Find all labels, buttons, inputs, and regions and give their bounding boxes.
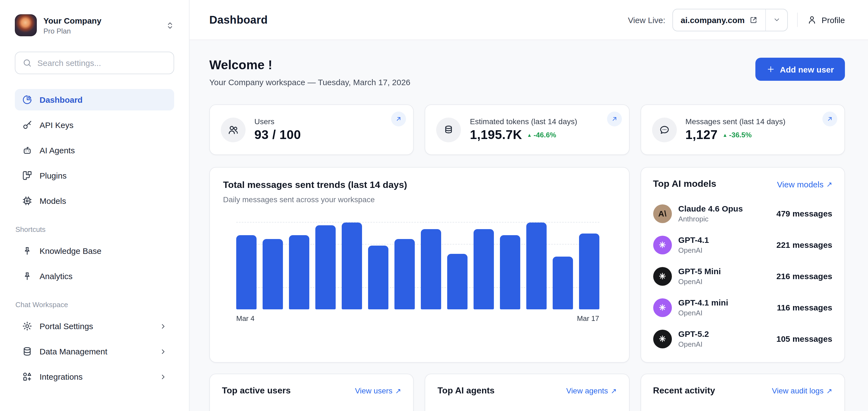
model-row: ✳ GPT-4.1 mini OpenAI 116 messages (653, 294, 832, 320)
chart-bar (315, 225, 336, 309)
card-title: Recent activity (653, 386, 715, 396)
chevron-right-icon (159, 373, 167, 380)
sidebar-item-knowledge-base[interactable]: Knowledge Base (15, 240, 174, 261)
app-window: Your Company Pro Plan Dashboard (0, 0, 868, 411)
model-message-count: 221 messages (777, 240, 833, 249)
sidebar-item-models[interactable]: Models (15, 190, 174, 212)
workspace-plan: Pro Plan (43, 27, 101, 35)
stat-label: Users (254, 117, 301, 126)
workspace-name: Your Company (43, 15, 101, 25)
chart-bar (473, 229, 494, 309)
chevron-right-icon (159, 322, 167, 330)
sidebar-item-integrations[interactable]: Integrations (15, 366, 174, 387)
pie-chart-icon (22, 95, 32, 105)
view-audit-logs-link[interactable]: View audit logs ↗ (772, 386, 832, 395)
chart-bar (395, 239, 415, 309)
view-agents-link[interactable]: View agents ↗ (566, 386, 617, 395)
welcome-section: Welcome ! Your Company workspace — Tuesd… (209, 58, 845, 87)
sidebar-item-plugins[interactable]: Plugins (15, 165, 174, 186)
cpu-icon (22, 196, 32, 206)
stat-open-link[interactable] (607, 112, 622, 126)
settings-search[interactable] (15, 52, 174, 74)
sidebar-item-api-keys[interactable]: API Keys (15, 114, 174, 136)
blocks-icon (22, 170, 32, 181)
sidebar-item-label: AI Agents (39, 146, 75, 155)
sidebar-item-label: Analytics (39, 272, 72, 281)
bottom-row: Top active users View users ↗ Top AI age… (209, 374, 845, 411)
stat-card-users: Users 93 / 100 (209, 104, 414, 155)
chart-bar (447, 254, 467, 309)
workspace-logo (15, 14, 37, 36)
top-ai-agents-card: Top AI agents View agents ↗ (425, 374, 629, 411)
chevron-right-icon (159, 348, 167, 355)
middle-row: Total messages sent trends (last 14 days… (209, 167, 845, 362)
profile-button[interactable]: Profile (807, 15, 845, 25)
gear-icon (22, 321, 32, 331)
sidebar-item-label: API Keys (39, 120, 73, 130)
model-row: ✳ GPT-5.2 OpenAI 105 messages (653, 326, 832, 352)
stat-value: 1,195.7K (470, 127, 522, 142)
view-live-label: View Live: (628, 15, 665, 25)
sidebar-item-dashboard[interactable]: Dashboard (15, 89, 174, 110)
live-domain-button[interactable]: ai.company.com (673, 9, 766, 31)
sidebar-item-label: Plugins (39, 171, 66, 180)
model-avatar: ✳ (653, 329, 672, 348)
live-domain-dropdown[interactable] (766, 9, 787, 31)
sidebar-item-label: Data Management (39, 347, 107, 356)
arrow-up-right-icon (611, 116, 618, 123)
stat-open-link[interactable] (392, 112, 406, 126)
chevrons-up-down-icon[interactable] (166, 21, 174, 29)
recent-activity-card: Recent activity View audit logs ↗ (640, 374, 845, 411)
arrow-up-right-icon (826, 116, 833, 123)
model-message-count: 216 messages (777, 272, 833, 281)
plus-icon (766, 65, 775, 74)
sidebar-item-portal-settings[interactable]: Portal Settings (15, 315, 174, 337)
stat-card-tokens: Estimated tokens (last 14 days) 1,195.7K… (425, 104, 629, 155)
add-new-user-button[interactable]: Add new user (755, 58, 845, 81)
model-provider: OpenAI (678, 340, 709, 348)
sidebar-item-ai-agents[interactable]: AI Agents (15, 139, 174, 161)
sidebar-item-analytics[interactable]: Analytics (15, 265, 174, 287)
sidebar-item-data-management[interactable]: Data Management (15, 341, 174, 362)
stat-label: Estimated tokens (last 14 days) (470, 117, 578, 126)
chart-bar (368, 245, 389, 309)
chart-bar (289, 235, 309, 309)
model-name: Claude 4.6 Opus (678, 204, 743, 213)
chart-bar (579, 233, 599, 309)
model-avatar: A\ (653, 204, 672, 223)
model-avatar: ✳ (653, 267, 672, 285)
top-models-title: Top AI models (653, 179, 716, 190)
section-title-chat-workspace: Chat Workspace (16, 301, 174, 309)
model-list: A\ Claude 4.6 Opus Anthropic 479 message… (653, 200, 832, 352)
external-link-icon (750, 15, 758, 24)
x-axis-label-end: Mar 17 (577, 314, 599, 322)
messages-trend-card: Total messages sent trends (last 14 days… (209, 167, 629, 362)
stat-open-link[interactable] (823, 112, 837, 126)
workspace-switcher[interactable]: Your Company Pro Plan (15, 14, 174, 36)
view-users-link[interactable]: View users ↗ (355, 386, 401, 395)
stat-label: Messages sent (last 14 days) (685, 117, 785, 126)
sidebar-item-label: Integrations (39, 372, 83, 381)
view-models-link[interactable]: View models ↗ (777, 180, 832, 189)
model-row: A\ Claude 4.6 Opus Anthropic 479 message… (653, 200, 832, 226)
arrow-up-right-icon: ↗ (826, 386, 832, 395)
welcome-subheading: Your Company workspace — Tuesday, March … (209, 77, 410, 87)
model-message-count: 479 messages (777, 209, 833, 218)
model-message-count: 105 messages (777, 334, 833, 343)
chart-bar (262, 239, 283, 309)
stat-delta: ▲-46.6% (527, 131, 556, 139)
chart-bar (500, 235, 520, 309)
bot-icon (22, 145, 32, 156)
divider (797, 13, 798, 27)
shapes-icon (22, 372, 32, 382)
top-active-users-card: Top active users View users ↗ (209, 374, 414, 411)
live-domain-text: ai.company.com (681, 15, 745, 25)
chart-subtitle: Daily messages sent across your workspac… (223, 195, 616, 204)
sidebar-nav: Dashboard API Keys AI Agents Plugins (15, 89, 174, 387)
model-message-count: 116 messages (777, 303, 832, 312)
search-input[interactable] (37, 58, 166, 68)
triangle-up-icon: ▲ (527, 132, 532, 138)
live-domain-control: ai.company.com (673, 8, 788, 31)
model-name: GPT-4.1 (678, 235, 709, 245)
sidebar-item-label: Dashboard (39, 95, 83, 104)
